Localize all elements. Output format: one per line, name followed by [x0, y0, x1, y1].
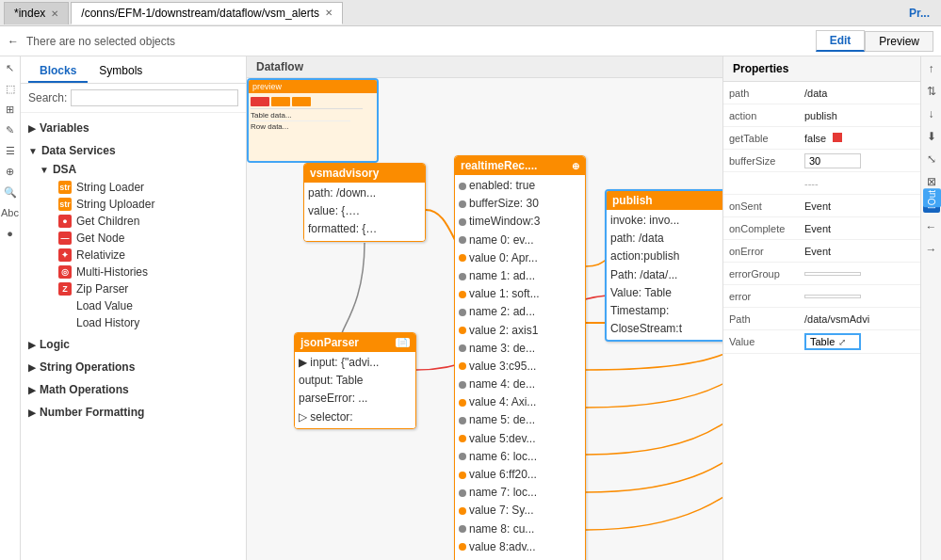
section-string-operations-header[interactable]: ▶ String Operations [28, 358, 238, 376]
jsonparser-icon: 📄 [396, 338, 410, 347]
select-icon[interactable]: ⬚ [3, 81, 18, 96]
edit-preview-buttons: Edit Preview [816, 30, 933, 52]
forward-action-icon[interactable]: → [923, 241, 940, 258]
dot-icon[interactable]: ● [3, 226, 18, 241]
block-thumbnail[interactable]: preview Table data... Row data... [247, 78, 379, 163]
section-number-formatting-header[interactable]: ▶ Number Formatting [28, 403, 238, 422]
block-publish[interactable]: publish invoke: invo... path: /data acti… [605, 189, 722, 342]
main-layout: ↖ ⬚ ⊞ ✎ ☰ ⊕ 🔍 Abc ● Blocks Symbols Searc… [0, 56, 941, 560]
prop-value-buffersize[interactable]: 30 [804, 153, 861, 168]
section-variables-header[interactable]: ▶ Variables [28, 119, 238, 137]
zip-parser-label: Zip Parser [76, 282, 128, 296]
properties-panel: Properties path /data action publish get… [722, 56, 920, 560]
load-value-label: Load Value [76, 299, 133, 312]
sidebar-item-load-value[interactable]: Load Value [40, 297, 238, 314]
back-button[interactable]: ← [8, 35, 19, 48]
prop-row-onsent: onSent Event [723, 195, 920, 217]
prop-value-divider: ---- [804, 178, 915, 189]
block-jsonparser[interactable]: jsonParser 📄 ▶ input: {"advi... output: … [294, 332, 416, 429]
add-icon[interactable]: ⊕ [3, 164, 18, 179]
tab-dataflow[interactable]: /conns/EFM-1/downstream/dataflow/vsm_ale… [71, 2, 343, 24]
tab-dataflow-label: /conns/EFM-1/downstream/dataflow/vsm_ale… [81, 7, 319, 20]
block-realtimerec-body: enabled: true bufferSize: 30 timeWindow:… [455, 175, 585, 560]
relativize-icon: ✦ [58, 248, 72, 262]
section-math-operations-header[interactable]: ▶ Math Operations [28, 380, 238, 399]
sidebar-item-string-uploader[interactable]: str String Uploader [40, 196, 238, 213]
expand-icon[interactable]: ⤢ [838, 337, 846, 347]
section-logic-header[interactable]: ▶ Logic [28, 335, 238, 354]
multi-histories-icon: ◎ [58, 265, 72, 279]
block-jsonparser-row-0: ▶ input: {"advi... [299, 354, 412, 372]
section-math-operations: ▶ Math Operations [21, 378, 246, 401]
prop-value-error[interactable] [804, 295, 861, 298]
sidebar-item-relativize[interactable]: ✦ Relativize [40, 247, 238, 264]
prop-row-path2: Path /data/vsmAdvi [723, 308, 920, 330]
prop-value-path: /data [804, 88, 915, 99]
tab-blocks[interactable]: Blocks [28, 60, 88, 83]
move-down-icon[interactable]: ↓ [923, 105, 940, 122]
get-node-label: Get Node [76, 232, 124, 245]
tab-bar: *index ✕ /conns/EFM-1/downstream/dataflo… [0, 0, 941, 26]
section-data-services: ▼ Data Services ▼ DSA str String Loader … [21, 139, 246, 333]
section-data-services-header[interactable]: ▼ Data Services [28, 141, 238, 160]
tab-symbols[interactable]: Symbols [88, 60, 154, 83]
prop-value-value[interactable]: Table ⤢ [804, 333, 861, 350]
get-node-icon: — [58, 232, 72, 245]
block-vsmadvisory-body: path: /down... value: {…. formatted: {… [304, 183, 425, 241]
sidebar-item-zip-parser[interactable]: Z Zip Parser [40, 280, 238, 297]
sidebar-item-string-loader[interactable]: str String Loader [40, 179, 238, 196]
search-label: Search: [28, 91, 67, 104]
block-publish-header: publish [607, 191, 722, 210]
realtimerec-expand[interactable]: ⊕ [572, 161, 579, 171]
block-jsonparser-body: ▶ input: {"advi... output: Table parseEr… [295, 352, 415, 428]
prop-row-errorgroup: errorGroup [723, 263, 920, 285]
multi-histories-label: Multi-Histories [76, 265, 148, 279]
sidebar-item-load-history[interactable]: Load History [40, 314, 238, 331]
tab-index-close[interactable]: ✕ [51, 8, 58, 19]
red-indicator [833, 133, 842, 142]
prop-label-oncomplete: onComplete [729, 223, 804, 234]
search-icon[interactable]: 🔍 [3, 184, 18, 200]
block-vsmadvisory-row-2: formatted: {… [308, 220, 421, 238]
search-input[interactable] [71, 89, 238, 106]
subsection-dsa-header[interactable]: ▼ DSA [40, 160, 238, 179]
prop-row-value: Value Table ⤢ [723, 330, 920, 354]
prop-value-gettable: false [804, 133, 915, 144]
list-icon[interactable]: ☰ [3, 143, 18, 158]
prop-label-onsent: onSent [729, 200, 804, 212]
preview-button[interactable]: Preview [865, 31, 933, 52]
back-action-icon[interactable]: ← [923, 218, 940, 235]
grid-icon[interactable]: ⊞ [3, 102, 18, 117]
download-icon[interactable]: ⬇ [923, 128, 940, 145]
prop-label-path: path [729, 88, 804, 99]
prop-label-value: Value [729, 336, 804, 347]
prop-label-errorgroup: errorGroup [729, 268, 804, 280]
move-up-icon[interactable]: ↑ [923, 60, 940, 77]
edit-button[interactable]: Edit [816, 30, 866, 52]
canvas[interactable]: vsmadvisory path: /down... value: {…. fo… [247, 78, 722, 560]
string-loader-label: String Loader [76, 181, 144, 194]
string-uploader-label: String Uploader [76, 198, 154, 211]
block-realtimerec[interactable]: realtimeRec.... ⊕ enabled: true bufferSi… [454, 155, 586, 560]
block-vsmadvisory-row-1: value: {…. [308, 202, 421, 220]
sidebar-item-multi-histories[interactable]: ◎ Multi-Histories [40, 264, 238, 280]
top-right-area: Pr... [909, 7, 937, 20]
prop-value-errorgroup[interactable] [804, 272, 861, 276]
string-loader-icon: str [58, 181, 72, 194]
expand-icon[interactable]: ⤡ [923, 151, 940, 168]
prop-label-error: error [729, 291, 804, 302]
abc-icon[interactable]: Abc [3, 205, 18, 220]
sidebar: Blocks Symbols Search: ▶ Variables ▼ Dat… [21, 56, 247, 560]
section-number-formatting-label: Number Formatting [40, 406, 144, 419]
sidebar-item-get-node[interactable]: — Get Node [40, 230, 238, 247]
edit-icon[interactable]: ✎ [3, 122, 18, 137]
cursor-icon[interactable]: ↖ [3, 60, 18, 75]
tab-dataflow-close[interactable]: ✕ [325, 8, 333, 18]
section-logic: ▶ Logic [21, 333, 246, 356]
move-both-icon[interactable]: ⇅ [923, 83, 940, 100]
prop-value-path2: /data/vsmAdvi [804, 313, 915, 325]
sidebar-item-get-children[interactable]: ● Get Children [40, 213, 238, 230]
block-vsmadvisory[interactable]: vsmadvisory path: /down... value: {…. fo… [303, 163, 426, 242]
tab-index[interactable]: *index ✕ [4, 2, 69, 24]
section-math-operations-label: Math Operations [40, 383, 129, 396]
